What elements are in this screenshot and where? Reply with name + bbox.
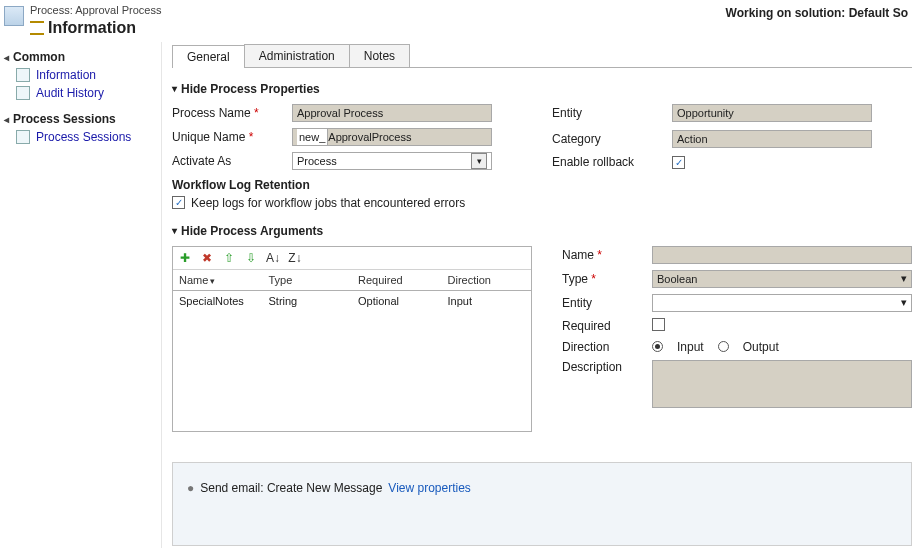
input-entity: Opportunity [672,104,872,122]
section-toggle-arguments[interactable]: Hide Process Arguments [172,224,912,238]
sidebar-item-label: Audit History [36,86,104,100]
unique-name-prefix: new_ [297,129,328,145]
sidebar: Common Information Audit History Process… [0,42,162,548]
window-icon [4,6,24,26]
section-toggle-properties[interactable]: Hide Process Properties [172,82,912,96]
checkbox-keep-logs[interactable]: ✓ [172,196,185,209]
input-process-name[interactable]: Approval Process [292,104,492,122]
sessions-icon [16,130,30,144]
label-unique-name: Unique Name [172,130,292,144]
label-workflow-log-retention: Workflow Log Retention [172,178,912,192]
col-type[interactable]: Type [263,270,353,290]
sidebar-item-audit-history[interactable]: Audit History [2,84,157,102]
select-arg-entity[interactable]: ▾ [652,294,912,312]
delete-argument-button[interactable]: ✖ [199,250,215,266]
label-enable-rollback: Enable rollback [552,155,672,169]
chevron-down-icon: ▾ [901,272,907,285]
tab-strip: General Administration Notes [172,44,912,68]
input-unique-name[interactable]: new_ApprovalProcess [292,128,492,146]
move-down-button[interactable]: ⇩ [243,250,259,266]
label-activate-as: Activate As [172,154,292,168]
label-arg-description: Description [562,360,652,374]
radio-label-input: Input [677,340,704,354]
radio-direction-output[interactable] [718,341,729,352]
sidebar-item-label: Process Sessions [36,130,131,144]
history-icon [16,86,30,100]
arguments-grid: ✚ ✖ ⇧ ⇩ A↓ Z↓ Name Type Required Directi… [172,246,532,432]
label-arg-direction: Direction [562,340,652,354]
sidebar-group-process-sessions[interactable]: Process Sessions [2,110,157,128]
tab-notes[interactable]: Notes [349,44,410,67]
form-icon [16,68,30,82]
information-icon [30,21,44,35]
step-text: Send email: Create New Message [200,481,382,495]
col-name[interactable]: Name [173,270,263,290]
checkbox-arg-required[interactable] [652,318,665,331]
label-category: Category [552,132,672,146]
input-category: Action [672,130,872,148]
add-argument-button[interactable]: ✚ [177,250,193,266]
sidebar-group-common[interactable]: Common [2,48,157,66]
table-row[interactable]: SpecialNotes String Optional Input [173,291,531,311]
chevron-down-icon: ▾ [471,153,487,169]
col-direction[interactable]: Direction [442,270,532,290]
checkbox-enable-rollback[interactable]: ✓ [672,156,685,169]
sidebar-item-information[interactable]: Information [2,66,157,84]
label-arg-entity: Entity [562,296,652,310]
process-label: Process: Approval Process [30,4,161,18]
bullet-icon: ● [187,481,194,495]
radio-direction-input[interactable] [652,341,663,352]
radio-label-output: Output [743,340,779,354]
label-arg-required: Required [562,319,652,333]
tab-general[interactable]: General [172,45,245,68]
label-arg-name: Name [562,248,652,262]
label-arg-type: Type [562,272,652,286]
sort-asc-button[interactable]: A↓ [265,250,281,266]
select-arg-type[interactable]: Boolean ▾ [652,270,912,288]
sidebar-item-process-sessions[interactable]: Process Sessions [2,128,157,146]
label-keep-logs: Keep logs for workflow jobs that encount… [191,196,465,210]
view-properties-link[interactable]: View properties [388,481,471,495]
select-activate-as[interactable]: Process ▾ [292,152,492,170]
input-arg-name[interactable] [652,246,912,264]
chevron-down-icon: ▾ [901,296,907,309]
tab-administration[interactable]: Administration [244,44,350,67]
solution-label: Working on solution: Default So [726,4,908,20]
move-up-button[interactable]: ⇧ [221,250,237,266]
sidebar-item-label: Information [36,68,96,82]
sort-desc-button[interactable]: Z↓ [287,250,303,266]
label-entity: Entity [552,106,672,120]
textarea-arg-description[interactable] [652,360,912,408]
col-required[interactable]: Required [352,270,442,290]
steps-panel: ● Send email: Create New Message View pr… [172,462,912,546]
page-title: Information [48,18,136,38]
label-process-name: Process Name [172,106,292,120]
